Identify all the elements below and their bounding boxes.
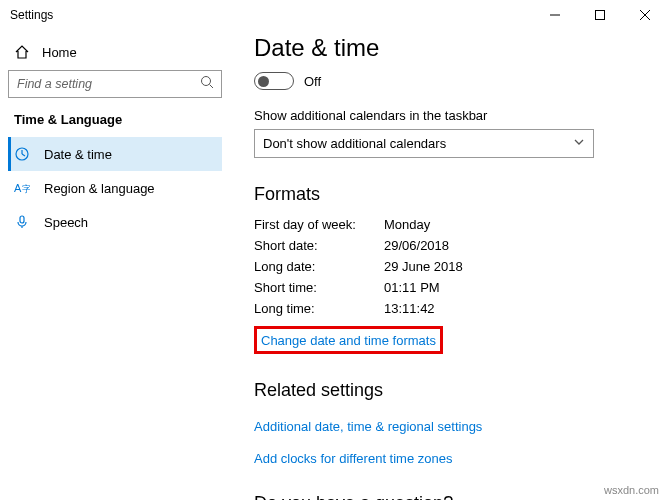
svg-point-4	[202, 77, 211, 86]
sidebar-item-region-language[interactable]: A字 Region & language	[8, 171, 222, 205]
format-row: Long time: 13:11:42	[254, 301, 643, 316]
format-key: Long date:	[254, 259, 384, 274]
additional-settings-link[interactable]: Additional date, time & regional setting…	[254, 419, 482, 434]
additional-calendars-label: Show additional calendars in the taskbar	[254, 108, 643, 123]
microphone-icon	[14, 214, 30, 230]
format-row: Long date: 29 June 2018	[254, 259, 643, 274]
close-button[interactable]	[622, 0, 667, 30]
toggle-switch[interactable]	[254, 72, 294, 90]
format-value: Monday	[384, 217, 430, 232]
format-value: 29 June 2018	[384, 259, 463, 274]
add-clocks-link[interactable]: Add clocks for different time zones	[254, 451, 452, 466]
svg-rect-1	[595, 11, 604, 20]
format-row: First day of week: Monday	[254, 217, 643, 232]
sidebar-item-label: Region & language	[44, 181, 155, 196]
calendars-dropdown[interactable]: Don't show additional calendars	[254, 129, 594, 158]
chevron-down-icon	[573, 136, 585, 151]
sidebar-home-label: Home	[42, 45, 77, 60]
svg-text:字: 字	[22, 184, 30, 194]
home-icon	[14, 44, 30, 60]
page-title: Date & time	[254, 34, 643, 62]
formats-table: First day of week: Monday Short date: 29…	[254, 217, 643, 316]
change-formats-link[interactable]: Change date and time formats	[261, 333, 436, 348]
highlight-box: Change date and time formats	[254, 326, 443, 354]
format-value: 01:11 PM	[384, 280, 440, 295]
search-container	[8, 70, 222, 98]
maximize-button[interactable]	[577, 0, 622, 30]
format-row: Short time: 01:11 PM	[254, 280, 643, 295]
svg-line-8	[22, 154, 25, 156]
svg-rect-11	[20, 216, 24, 223]
format-key: Long time:	[254, 301, 384, 316]
titlebar: Settings	[0, 0, 667, 30]
clock-icon	[14, 146, 30, 162]
window-title: Settings	[10, 8, 53, 22]
search-input[interactable]	[8, 70, 222, 98]
search-icon	[200, 75, 214, 93]
question-heading: Do you have a question?	[254, 493, 643, 500]
sidebar-home[interactable]: Home	[8, 38, 222, 70]
formats-heading: Formats	[254, 184, 643, 205]
format-value: 13:11:42	[384, 301, 435, 316]
region-icon: A字	[14, 180, 30, 196]
sidebar-item-date-time[interactable]: Date & time	[8, 137, 222, 171]
dropdown-value: Don't show additional calendars	[263, 136, 446, 151]
format-value: 29/06/2018	[384, 238, 449, 253]
related-settings-heading: Related settings	[254, 380, 643, 401]
format-key: First day of week:	[254, 217, 384, 232]
sidebar-item-label: Date & time	[44, 147, 112, 162]
format-key: Short time:	[254, 280, 384, 295]
watermark: wsxdn.com	[604, 484, 659, 496]
svg-line-5	[210, 85, 214, 89]
svg-text:A: A	[14, 182, 22, 194]
sidebar-item-label: Speech	[44, 215, 88, 230]
main-content: Date & time Off Show additional calendar…	[230, 30, 667, 500]
sidebar-section-title: Time & Language	[8, 112, 222, 137]
sidebar-item-speech[interactable]: Speech	[8, 205, 222, 239]
toggle-state-label: Off	[304, 74, 321, 89]
format-row: Short date: 29/06/2018	[254, 238, 643, 253]
sidebar: Home Time & Language Date & time A字 R	[0, 30, 230, 500]
format-key: Short date:	[254, 238, 384, 253]
minimize-button[interactable]	[532, 0, 577, 30]
